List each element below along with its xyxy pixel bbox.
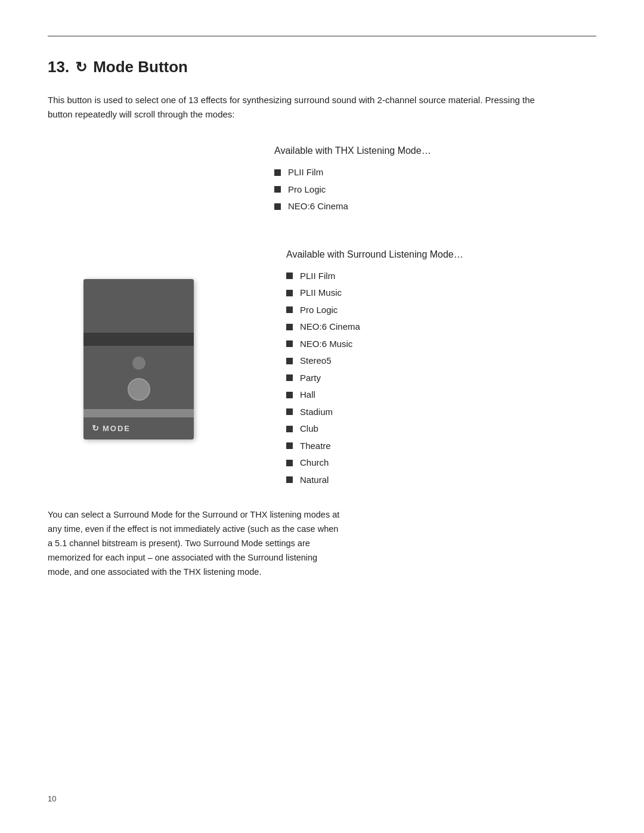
bullet-icon (286, 460, 293, 466)
bullet-icon (286, 408, 293, 415)
list-item: NEO:6 Cinema (286, 320, 596, 334)
bullet-icon (286, 340, 293, 347)
thx-item-2: Pro Logic (288, 183, 326, 197)
list-item: Church (286, 456, 596, 470)
list-item: PLII Music (286, 286, 596, 300)
right-column: Available with Surround Listening Mode… … (274, 243, 596, 491)
device-wrapper: ↻ MODE (48, 255, 194, 439)
surround-item-10: Club (300, 422, 318, 436)
two-col-layout: ↻ MODE Available with Surround Listening… (48, 243, 596, 491)
device-dot-large (128, 378, 150, 401)
list-item: NEO:6 Music (286, 337, 596, 351)
surround-item-8: Hall (300, 388, 315, 402)
bullet-icon (286, 392, 293, 398)
device-illustration: ↻ MODE (83, 279, 194, 439)
device-bottom-strip (83, 409, 194, 417)
page-number: 10 (48, 794, 56, 803)
surround-item-4: NEO:6 Cinema (300, 320, 360, 334)
surround-item-9: Stadium (300, 405, 333, 419)
list-item: Stadium (286, 405, 596, 419)
device-strip-top (83, 333, 194, 346)
bullet-icon (286, 324, 293, 330)
thx-section: Available with THX Listening Mode… PLII … (274, 145, 596, 213)
mode-icon-letter: ↻ (75, 59, 87, 76)
list-item: Hall (286, 388, 596, 402)
device-middle (83, 346, 194, 409)
surround-item-5: NEO:6 Music (300, 337, 352, 351)
list-item: Stereo5 (286, 354, 596, 368)
surround-item-7: Party (300, 371, 321, 385)
section-title: 13. ↻ Mode Button (48, 58, 596, 76)
page: 13. ↻ Mode Button This button is used to… (0, 0, 644, 833)
top-rule (48, 36, 596, 36)
surround-section: Available with Surround Listening Mode… … (286, 243, 596, 487)
intro-paragraph: This button is used to select one of 13 … (48, 93, 543, 122)
list-item: Pro Logic (286, 304, 596, 317)
bullet-icon (274, 186, 281, 193)
surround-item-13: Natural (300, 473, 329, 487)
surround-item-6: Stereo5 (300, 354, 332, 368)
surround-item-3: Pro Logic (300, 304, 338, 317)
list-item: Theatre (286, 439, 596, 453)
bullet-icon (286, 290, 293, 296)
bullet-icon (286, 374, 293, 381)
list-item: Party (286, 371, 596, 385)
surround-item-11: Theatre (300, 439, 331, 453)
thx-item-3: NEO:6 Cinema (288, 200, 348, 213)
surround-item-1: PLII Film (300, 270, 335, 283)
list-item: PLII Film (274, 166, 596, 179)
device-label-text: MODE (103, 424, 131, 433)
list-item: NEO:6 Cinema (274, 200, 596, 213)
section-heading: Mode Button (93, 58, 188, 76)
bullet-icon (286, 426, 293, 432)
bullet-icon (274, 169, 281, 176)
thx-list: PLII Film Pro Logic NEO:6 Cinema (274, 166, 596, 213)
surround-item-2: PLII Music (300, 286, 342, 300)
thx-item-1: PLII Film (288, 166, 323, 179)
device-label-bar: ↻ MODE (83, 417, 194, 439)
list-item: PLII Film (286, 270, 596, 283)
left-column: ↻ MODE (48, 243, 274, 491)
surround-item-12: Church (300, 456, 329, 470)
section-number: 13. (48, 58, 69, 76)
list-item: Pro Logic (274, 183, 596, 197)
surround-list: PLII Film PLII Music Pro Logic NEO:6 Cin… (286, 270, 596, 487)
device-dot-small (132, 357, 145, 370)
bullet-icon (286, 476, 293, 483)
bullet-icon (274, 203, 281, 210)
bottom-paragraph: You can select a Surround Mode for the S… (48, 508, 340, 580)
bullet-icon (286, 442, 293, 449)
surround-subtitle: Available with Surround Listening Mode… (286, 249, 596, 260)
bullet-icon (286, 306, 293, 313)
thx-subtitle: Available with THX Listening Mode… (274, 145, 596, 156)
list-item: Club (286, 422, 596, 436)
list-item: Natural (286, 473, 596, 487)
bullet-icon (286, 272, 293, 279)
device-top (83, 279, 194, 333)
bullet-icon (286, 358, 293, 364)
device-c-icon: ↻ (92, 423, 99, 433)
